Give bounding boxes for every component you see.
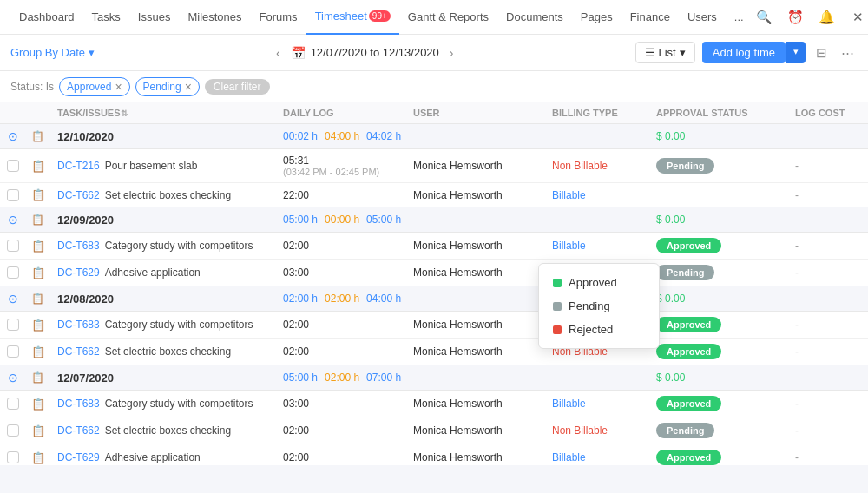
nav-more[interactable]: ... xyxy=(726,0,753,35)
nav-pages[interactable]: Pages xyxy=(572,0,621,35)
filter-tag-pending[interactable]: Pending × xyxy=(135,77,200,96)
row-checkbox[interactable] xyxy=(7,345,19,358)
log-cost: - xyxy=(790,160,868,172)
more-options-icon[interactable]: ⋯ xyxy=(838,43,858,62)
sort-icon[interactable]: ⇅ xyxy=(121,108,128,118)
approval-status[interactable]: Approved xyxy=(656,450,721,465)
dollar-1: $ 0.00 xyxy=(656,214,685,226)
filter-tag-approved-close[interactable]: × xyxy=(115,80,122,94)
approval-status[interactable]: Approved xyxy=(656,396,721,411)
bell-icon[interactable]: 🔔 xyxy=(815,5,839,30)
nav-finance[interactable]: Finance xyxy=(621,0,679,35)
nav-users[interactable]: Users xyxy=(679,0,726,35)
time-orange-0: 04:00 h xyxy=(325,130,359,142)
table-row: 📋 DC-T662 Set electric boxes checking 02… xyxy=(0,417,868,444)
task-name: Adhesive application xyxy=(105,266,201,279)
add-log-dropdown-arrow[interactable]: ▾ xyxy=(786,42,806,63)
task-id[interactable]: DC-T662 xyxy=(57,345,100,358)
row-checkbox[interactable] xyxy=(7,160,19,172)
dropdown-pending[interactable]: Pending xyxy=(539,294,659,318)
billing-type: Billable xyxy=(547,451,651,463)
search-icon[interactable]: 🔍 xyxy=(753,5,777,30)
log-cost: - xyxy=(790,266,868,279)
approval-status[interactable]: Approved xyxy=(656,317,721,332)
log-time: 02:00 xyxy=(283,345,309,358)
log-cost: - xyxy=(790,451,868,463)
nav-gantt[interactable]: Gantt & Reports xyxy=(399,0,497,35)
group-by-button[interactable]: Group By Date ▾ xyxy=(10,46,95,59)
table-row: 📋 DC-T629 Adhesive application 03:00 Mon… xyxy=(0,260,868,286)
task-name: Set electric boxes checking xyxy=(105,345,231,358)
approval-status-dropdown: Approved Pending Rejected xyxy=(538,263,660,349)
task-id[interactable]: DC-T683 xyxy=(57,240,100,252)
row-checkbox[interactable] xyxy=(7,451,19,463)
toolbar-right: ☰ List ▾ Add log time ▾ ⊟ ⋯ xyxy=(635,42,858,63)
billing-type: Billable xyxy=(547,398,651,410)
nav-dashboard[interactable]: Dashboard xyxy=(10,0,83,35)
approval-status[interactable]: Approved xyxy=(656,344,721,359)
task-type-icon: 📋 xyxy=(31,188,45,201)
row-checkbox[interactable] xyxy=(7,189,19,201)
date-next-arrow[interactable]: › xyxy=(444,44,459,62)
time-total-1: 05:00 h xyxy=(366,214,401,226)
close-icon[interactable]: ✕ xyxy=(846,5,868,30)
approved-dot xyxy=(553,279,562,287)
filter-tag-approved[interactable]: Approved × xyxy=(59,77,130,96)
task-id[interactable]: DC-T662 xyxy=(57,189,100,201)
filter-tag-pending-close[interactable]: × xyxy=(185,80,192,94)
row-checkbox[interactable] xyxy=(7,424,19,437)
task-id[interactable]: DC-T683 xyxy=(57,398,100,410)
dollar-0: $ 0.00 xyxy=(656,130,685,142)
time-total-2: 04:00 h xyxy=(366,293,401,305)
dropdown-pending-label: Pending xyxy=(569,299,610,312)
clock-nav-icon[interactable]: ⏰ xyxy=(784,5,808,30)
nav-documents[interactable]: Documents xyxy=(497,0,572,35)
log-time: 22:00 xyxy=(283,189,309,201)
nav-timesheet[interactable]: Timesheet 99+ xyxy=(306,0,399,35)
nav-tasks[interactable]: Tasks xyxy=(83,0,129,35)
filter-icon[interactable]: ⊟ xyxy=(812,43,831,62)
date-group-row-3: ⊙ 📋 12/07/2020 05:00 h 02:00 h 07:00 h $… xyxy=(0,365,868,391)
billing-type: Non Billable xyxy=(547,424,651,437)
nav-issues[interactable]: Issues xyxy=(129,0,180,35)
log-time: 03:00 xyxy=(283,398,309,410)
chevron-down-icon: ▾ xyxy=(680,46,686,59)
dropdown-rejected[interactable]: Rejected xyxy=(539,318,659,341)
add-log-button[interactable]: Add log time xyxy=(702,42,786,63)
task-id[interactable]: DC-T216 xyxy=(57,160,100,172)
nav-milestones[interactable]: Milestones xyxy=(179,0,250,35)
approval-status[interactable]: Approved xyxy=(656,238,721,253)
date-prev-arrow[interactable]: ‹ xyxy=(271,44,286,62)
timesheet-table: TASK/ISSUES ⇅ DAILY LOG USER BILLING TYP… xyxy=(0,102,868,465)
date-group-row-2: ⊙ 📋 12/08/2020 02:00 h 02:00 h 04:00 h $… xyxy=(0,286,868,312)
task-id[interactable]: DC-T629 xyxy=(57,451,100,463)
row-checkbox[interactable] xyxy=(7,319,19,331)
task-id[interactable]: DC-T683 xyxy=(57,319,100,331)
log-cost: - xyxy=(790,319,868,331)
row-checkbox[interactable] xyxy=(7,266,19,279)
task-id[interactable]: DC-T662 xyxy=(57,424,100,437)
table-row: 📋 DC-T683 Category study with competitor… xyxy=(0,312,868,339)
approval-status[interactable]: Pending xyxy=(656,423,714,438)
approval-status[interactable]: Pending xyxy=(656,158,714,174)
list-view-button[interactable]: ☰ List ▾ xyxy=(635,42,695,63)
table-row: 📋 DC-T683 Category study with competitor… xyxy=(0,391,868,417)
table-row: 📋 DC-T216 Pour basement slab 05:31 (03:4… xyxy=(0,149,868,183)
table-row: 📋 DC-T662 Set electric boxes checking 22… xyxy=(0,183,868,207)
task-type-icon: 📋 xyxy=(31,319,45,332)
approval-status[interactable]: Pending xyxy=(656,265,714,280)
dropdown-approved-label: Approved xyxy=(569,276,617,289)
row-checkbox[interactable] xyxy=(7,240,19,252)
calendar-icon[interactable]: 📅 xyxy=(291,46,306,60)
row-checkbox[interactable] xyxy=(7,398,19,410)
dollar-2: $ 0.00 xyxy=(656,293,685,305)
task-name: Category study with competitors xyxy=(105,398,253,410)
log-time: 03:00 xyxy=(283,266,309,279)
nav-forums[interactable]: Forums xyxy=(251,0,306,35)
th-type xyxy=(26,108,52,118)
add-log-wrap: Add log time ▾ xyxy=(702,42,806,63)
task-id[interactable]: DC-T629 xyxy=(57,266,100,279)
dropdown-approved[interactable]: Approved xyxy=(539,271,659,294)
clear-filter-button[interactable]: Clear filter xyxy=(205,79,270,95)
th-approval: APPROVAL STATUS xyxy=(651,108,790,118)
